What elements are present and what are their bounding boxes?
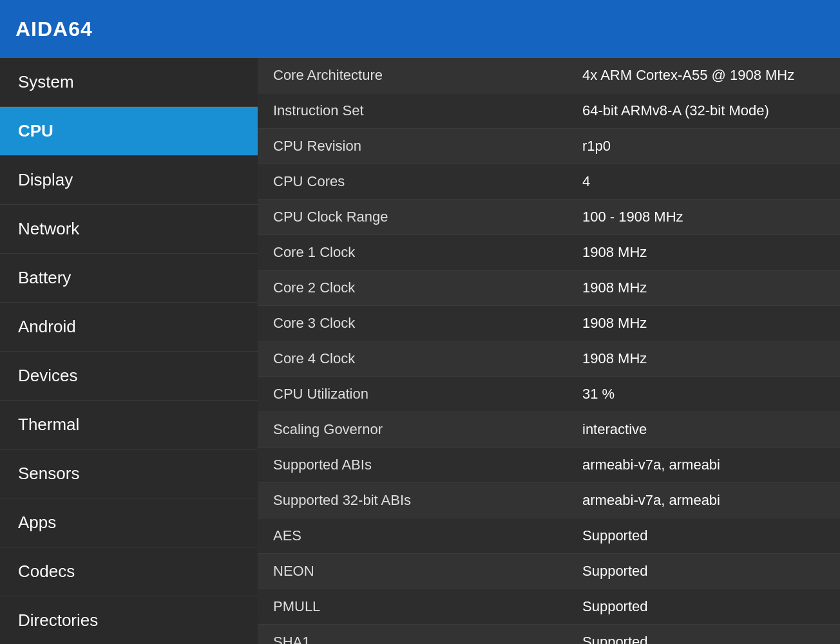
- info-value: 4: [582, 173, 825, 190]
- info-value: 64-bit ARMv8-A (32-bit Mode): [582, 102, 825, 119]
- sidebar-item-display[interactable]: Display: [0, 156, 258, 205]
- info-value: armeabi-v7a, armeabi: [582, 457, 825, 473]
- info-row: CPU Revisionr1p0: [258, 129, 840, 164]
- info-value: Supported: [582, 598, 825, 615]
- info-value: Supported: [582, 527, 825, 544]
- info-value: 4x ARM Cortex-A55 @ 1908 MHz: [582, 67, 825, 84]
- info-value: 1908 MHz: [582, 244, 825, 261]
- sidebar-item-devices[interactable]: Devices: [0, 352, 258, 401]
- sidebar-item-directories[interactable]: Directories: [0, 596, 258, 644]
- sidebar-item-cpu[interactable]: CPU: [0, 107, 258, 156]
- info-row: CPU Utilization31 %: [258, 377, 840, 412]
- info-value: 100 - 1908 MHz: [582, 209, 825, 225]
- app-header: AIDA64: [0, 0, 840, 58]
- info-label: CPU Cores: [273, 173, 582, 190]
- info-label: Supported ABIs: [273, 457, 582, 473]
- info-row: SHA1Supported: [258, 625, 840, 644]
- info-row: Core 2 Clock1908 MHz: [258, 270, 840, 306]
- sidebar-item-apps[interactable]: Apps: [0, 498, 258, 547]
- info-row: Supported ABIsarmeabi-v7a, armeabi: [258, 448, 840, 483]
- info-row: NEONSupported: [258, 554, 840, 589]
- sidebar-item-network[interactable]: Network: [0, 205, 258, 254]
- info-row: Core 3 Clock1908 MHz: [258, 306, 840, 341]
- info-row: Scaling Governorinteractive: [258, 412, 840, 448]
- info-row: AESSupported: [258, 518, 840, 554]
- info-value: Supported: [582, 563, 825, 580]
- info-label: Instruction Set: [273, 102, 582, 119]
- info-value: 1908 MHz: [582, 350, 825, 367]
- info-label: Core Architecture: [273, 67, 582, 84]
- info-value: 1908 MHz: [582, 315, 825, 332]
- main-layout: SystemCPUDisplayNetworkBatteryAndroidDev…: [0, 58, 840, 644]
- content-area: Core Architecture4x ARM Cortex-A55 @ 190…: [258, 58, 840, 644]
- info-row: Core Architecture4x ARM Cortex-A55 @ 190…: [258, 58, 840, 93]
- info-value: interactive: [582, 421, 825, 438]
- info-value: Supported: [582, 634, 825, 644]
- info-value: 1908 MHz: [582, 279, 825, 296]
- sidebar-item-android[interactable]: Android: [0, 303, 258, 352]
- info-label: SHA1: [273, 634, 582, 644]
- info-row: CPU Clock Range100 - 1908 MHz: [258, 200, 840, 235]
- sidebar-item-thermal[interactable]: Thermal: [0, 401, 258, 450]
- info-label: PMULL: [273, 598, 582, 615]
- info-row: Instruction Set64-bit ARMv8-A (32-bit Mo…: [258, 93, 840, 129]
- info-label: Scaling Governor: [273, 421, 582, 438]
- info-label: AES: [273, 527, 582, 544]
- info-label: Core 4 Clock: [273, 350, 582, 367]
- sidebar-item-codecs[interactable]: Codecs: [0, 547, 258, 596]
- info-value: 31 %: [582, 386, 825, 402]
- info-row: PMULLSupported: [258, 589, 840, 625]
- info-value: armeabi-v7a, armeabi: [582, 492, 825, 509]
- info-label: CPU Revision: [273, 138, 582, 155]
- sidebar-item-system[interactable]: System: [0, 58, 258, 107]
- sidebar: SystemCPUDisplayNetworkBatteryAndroidDev…: [0, 58, 258, 644]
- info-label: CPU Clock Range: [273, 209, 582, 225]
- info-label: Core 3 Clock: [273, 315, 582, 332]
- sidebar-item-sensors[interactable]: Sensors: [0, 450, 258, 498]
- info-label: Core 2 Clock: [273, 279, 582, 296]
- info-label: CPU Utilization: [273, 386, 582, 402]
- info-value: r1p0: [582, 138, 825, 155]
- info-row: Core 4 Clock1908 MHz: [258, 341, 840, 377]
- info-label: NEON: [273, 563, 582, 580]
- info-row: Core 1 Clock1908 MHz: [258, 235, 840, 270]
- info-row: Supported 32-bit ABIsarmeabi-v7a, armeab…: [258, 483, 840, 518]
- info-label: Supported 32-bit ABIs: [273, 492, 582, 509]
- info-label: Core 1 Clock: [273, 244, 582, 261]
- sidebar-item-battery[interactable]: Battery: [0, 254, 258, 303]
- app-title: AIDA64: [15, 17, 93, 41]
- info-row: CPU Cores4: [258, 164, 840, 200]
